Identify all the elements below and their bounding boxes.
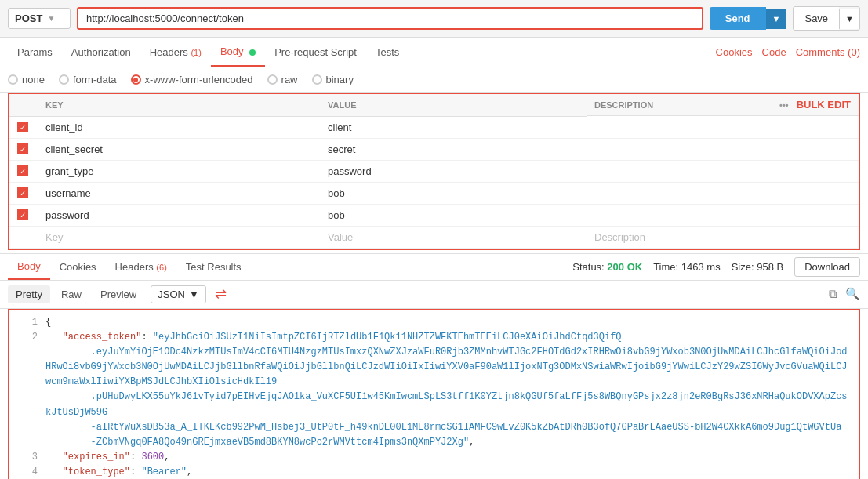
checkbox-checked bbox=[17, 209, 28, 220]
row-key[interactable]: username bbox=[38, 182, 320, 204]
response-tabs: Body Cookies Headers (6) Test Results St… bbox=[0, 253, 868, 281]
checkbox-checked bbox=[17, 187, 28, 198]
send-btn-group: Send ▼ bbox=[710, 7, 787, 30]
send-button[interactable]: Send bbox=[710, 7, 766, 30]
status-label: Status: 200 OK bbox=[572, 261, 642, 273]
resp-line-3: 3 "expires_in": 3600, bbox=[20, 450, 848, 465]
row-checkbox[interactable] bbox=[9, 182, 38, 204]
cookies-link[interactable]: Cookies bbox=[716, 46, 753, 58]
tab-params[interactable]: Params bbox=[8, 38, 62, 66]
option-binary[interactable]: binary bbox=[312, 74, 354, 85]
row-value[interactable]: bob bbox=[320, 182, 587, 204]
status-value: 200 OK bbox=[607, 261, 642, 273]
row-description[interactable] bbox=[587, 138, 859, 160]
row-checkbox[interactable] bbox=[9, 116, 38, 138]
option-none[interactable]: none bbox=[8, 74, 45, 85]
tab-body[interactable]: Body bbox=[211, 38, 265, 67]
form-table-wrapper: KEY VALUE DESCRIPTION ••• Bulk Edit clie… bbox=[8, 93, 860, 250]
radio-form-data bbox=[59, 74, 69, 85]
row-checkbox[interactable] bbox=[9, 204, 38, 226]
top-bar: POST ▼ Send ▼ Save ▼ bbox=[0, 0, 868, 38]
row-value[interactable]: bob bbox=[320, 204, 587, 226]
resp-view-preview[interactable]: Preview bbox=[93, 285, 144, 303]
option-form-data[interactable]: form-data bbox=[59, 74, 117, 85]
resp-tab-body[interactable]: Body bbox=[8, 254, 50, 280]
checkbox-checked bbox=[17, 143, 28, 154]
tab-headers[interactable]: Headers (1) bbox=[140, 38, 211, 66]
resp-view-pretty[interactable]: Pretty bbox=[8, 285, 50, 303]
row-description[interactable] bbox=[587, 182, 859, 204]
table-row-empty: Key Value Description bbox=[9, 226, 859, 248]
bulk-edit-button[interactable]: Bulk Edit bbox=[797, 99, 851, 111]
resp-line-1: 1 { bbox=[20, 315, 848, 330]
method-select[interactable]: POST ▼ bbox=[8, 8, 71, 29]
code-link[interactable]: Code bbox=[762, 46, 786, 58]
response-toolbar: Pretty Raw Preview JSON ▼ ⇌ ⧉ 🔍 bbox=[0, 281, 868, 309]
row-value[interactable]: client bbox=[320, 116, 587, 138]
request-tabs: Params Authorization Headers (1) Body Pr… bbox=[0, 38, 868, 67]
table-row: password bob bbox=[9, 204, 859, 226]
option-raw[interactable]: raw bbox=[267, 74, 298, 85]
row-key[interactable]: client_secret bbox=[38, 138, 320, 160]
method-chevron-icon: ▼ bbox=[47, 14, 55, 23]
table-row: grant_type password bbox=[9, 160, 859, 182]
format-chevron-icon: ▼ bbox=[189, 288, 199, 300]
url-input[interactable] bbox=[77, 7, 703, 30]
save-btn-group: Save ▼ bbox=[793, 6, 860, 31]
size-value: 958 B bbox=[757, 261, 783, 273]
th-value: VALUE bbox=[320, 94, 587, 116]
download-button[interactable]: Download bbox=[794, 257, 860, 277]
checkbox-checked bbox=[17, 122, 28, 132]
method-label: POST bbox=[15, 13, 42, 24]
wrap-toggle[interactable]: ⇌ bbox=[212, 285, 230, 303]
tab-authorization[interactable]: Authorization bbox=[62, 38, 140, 66]
row-value[interactable]: secret bbox=[320, 138, 587, 160]
body-dot bbox=[249, 49, 256, 56]
resp-tab-cookies[interactable]: Cookies bbox=[50, 255, 106, 279]
tabs-right: Cookies Code Comments (0) bbox=[716, 46, 860, 58]
save-dropdown-button[interactable]: ▼ bbox=[839, 9, 859, 29]
radio-raw bbox=[267, 74, 278, 85]
tab-pre-request[interactable]: Pre-request Script bbox=[265, 38, 366, 66]
row-value[interactable]: password bbox=[320, 160, 587, 182]
radio-none bbox=[8, 74, 18, 85]
table-row: client_secret secret bbox=[9, 138, 859, 160]
radio-binary bbox=[312, 74, 322, 85]
row-key[interactable]: client_id bbox=[38, 116, 320, 138]
body-options: none form-data x-www-form-urlencoded raw… bbox=[0, 67, 868, 93]
resp-tab-headers[interactable]: Headers (6) bbox=[106, 255, 176, 279]
table-row: client_id client bbox=[9, 116, 859, 138]
row-description[interactable] bbox=[587, 116, 859, 138]
row-key[interactable]: grant_type bbox=[38, 160, 320, 182]
row-checkbox[interactable] bbox=[9, 138, 38, 160]
response-body: 1 { 2 "access_token": "eyJhbGciOiJSUzI1N… bbox=[8, 309, 860, 480]
option-urlencoded[interactable]: x-www-form-urlencoded bbox=[131, 74, 253, 85]
resp-line-2: 2 "access_token": "eyJhbGciOiJSUzI1NiIsI… bbox=[20, 330, 848, 451]
resp-line-4: 4 "token_type": "Bearer", bbox=[20, 465, 848, 479]
resp-view-raw[interactable]: Raw bbox=[53, 285, 89, 303]
row-description[interactable] bbox=[587, 160, 859, 182]
format-label: JSON bbox=[158, 288, 185, 300]
send-dropdown-button[interactable]: ▼ bbox=[766, 9, 787, 29]
radio-urlencoded bbox=[131, 74, 141, 85]
format-select[interactable]: JSON ▼ bbox=[151, 285, 206, 303]
row-key[interactable]: password bbox=[38, 204, 320, 226]
more-options-icon[interactable]: ••• bbox=[779, 100, 789, 110]
search-icon[interactable]: 🔍 bbox=[845, 287, 860, 301]
comments-link[interactable]: Comments (0) bbox=[796, 46, 860, 58]
table-row: username bob bbox=[9, 182, 859, 204]
size-label: Size: 958 B bbox=[732, 261, 784, 273]
copy-icon[interactable]: ⧉ bbox=[829, 287, 837, 301]
row-description[interactable] bbox=[587, 204, 859, 226]
th-check bbox=[9, 94, 38, 116]
row-checkbox[interactable] bbox=[9, 160, 38, 182]
time-label: Time: 1463 ms bbox=[653, 261, 721, 273]
form-table: KEY VALUE DESCRIPTION ••• Bulk Edit clie… bbox=[9, 94, 859, 249]
checkbox-checked bbox=[17, 165, 28, 176]
response-meta: Status: 200 OK Time: 1463 ms Size: 958 B… bbox=[572, 257, 860, 277]
th-key: KEY bbox=[38, 94, 320, 116]
toolbar-right-icons: ⧉ 🔍 bbox=[829, 287, 860, 301]
save-button[interactable]: Save bbox=[794, 7, 839, 30]
resp-tab-test-results[interactable]: Test Results bbox=[176, 255, 251, 279]
tab-tests[interactable]: Tests bbox=[366, 38, 409, 66]
